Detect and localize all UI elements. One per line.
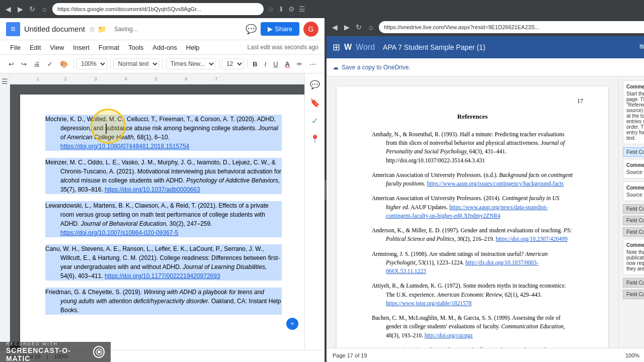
settings-icon[interactable]: ⚙ bbox=[288, 5, 295, 13]
word-online-panel: ◀ ▶ ↻ ⌂ https://onedrive.live.com/View.a… bbox=[327, 18, 644, 362]
bookmarks-icon[interactable]: 🔖 bbox=[308, 96, 322, 110]
bookmark-icon[interactable]: ☆ bbox=[268, 5, 274, 13]
word-ref-bachen: Bachen, C. M., McLoughlin, M. M., & Garc… bbox=[372, 314, 573, 340]
word-bottom-right: 100% Give Feedback to Microsoft bbox=[625, 352, 644, 358]
menu-tools[interactable]: Tools bbox=[124, 42, 147, 53]
field-code-5: Field Code Changed bbox=[623, 278, 644, 288]
word-forward-button[interactable]: ▶ bbox=[343, 23, 351, 31]
add-content-button[interactable]: + bbox=[286, 318, 298, 330]
word-document-title: APA 7 Student Sample Paper (1) bbox=[383, 43, 486, 51]
screencast-watermark: RECORDED WITH SCREENCAST-O-MATIC bbox=[0, 342, 111, 362]
zoom-select[interactable]: 100% bbox=[76, 58, 107, 69]
word-home-button[interactable]: ⌂ bbox=[367, 23, 375, 31]
ref-entry-canu[interactable]: Canu, W. H., Stevens, A. E., Ranson, L.,… bbox=[45, 244, 282, 281]
ref-entry-friedman[interactable]: Friedman, G. & Cheyette, S. (2019). Winn… bbox=[45, 288, 282, 315]
word-logo-text: Word bbox=[356, 43, 375, 52]
word-logo: W bbox=[344, 43, 352, 52]
word-cloud-save[interactable]: ☁ Save a copy to OneDrive. bbox=[333, 64, 411, 71]
comment-awc32: Commented [AWC32]: Source with organizat… bbox=[623, 182, 644, 201]
reload-button[interactable]: ↻ bbox=[28, 5, 36, 13]
ref-entry-meinzer[interactable]: Meinzer, M. C., Oddo, L. E., Vasko, J. M… bbox=[45, 158, 282, 194]
bold-button[interactable]: B bbox=[250, 59, 260, 69]
ref-entry-lewandowski[interactable]: Lewandowski, L., Martens, B. K., Clawson… bbox=[45, 201, 282, 237]
word-browser-chrome: ◀ ▶ ↻ ⌂ https://onedrive.live.com/View.a… bbox=[327, 18, 644, 36]
word-page-indicator: Page 17 of 19 bbox=[333, 352, 367, 358]
italic-button[interactable]: I bbox=[262, 59, 269, 69]
comment-af30-label: Commented [AF30]: bbox=[626, 84, 644, 89]
outline-icon[interactable]: ☰ bbox=[2, 77, 8, 85]
docs-header: ≡ Untitled document ☆ 📁 Saving... 💬 ▶ Sh… bbox=[0, 18, 325, 40]
svg-point-1 bbox=[98, 350, 101, 353]
word-content: 17 References Ambady, N., & Rosenthal, R… bbox=[327, 76, 644, 348]
word-ref-armstrong: Armstrong, J. S. (1998). Are student rat… bbox=[372, 250, 573, 276]
map-pin-icon[interactable]: 📍 bbox=[308, 132, 322, 146]
menu-format[interactable]: Format bbox=[95, 42, 123, 53]
underline-button[interactable]: U bbox=[271, 59, 280, 69]
word-ref-attiyeh: Attiyeh, R., & Lumsden, K. G. (1972). So… bbox=[372, 282, 573, 308]
docs-page[interactable]: Mochrie, K. D., Whited, M. C., Cellucci,… bbox=[20, 95, 304, 350]
home-button[interactable]: ⌂ bbox=[40, 5, 48, 13]
word-page: 17 References Ambady, N., & Rosenthal, R… bbox=[337, 86, 608, 348]
word-ref-ambady: Ambady, N., & Rosenthal, R. (1993). Half… bbox=[372, 130, 573, 165]
print-button[interactable]: 🖨 bbox=[31, 59, 43, 69]
style-select[interactable]: Normal text bbox=[113, 58, 159, 69]
menu-view[interactable]: View bbox=[46, 42, 68, 53]
undo-button[interactable]: ↩ bbox=[6, 59, 17, 69]
word-back-button[interactable]: ◀ bbox=[331, 23, 339, 31]
google-docs-panel: ≡ Untitled document ☆ 📁 Saving... 💬 ▶ Sh… bbox=[0, 18, 325, 362]
forward-button[interactable]: ▶ bbox=[16, 5, 24, 13]
word-doc-area[interactable]: 17 References Ambady, N., & Rosenthal, R… bbox=[327, 76, 618, 348]
comment-af30: Commented [AF30]: Start the references l… bbox=[623, 80, 644, 144]
ref-entry-mochrie[interactable]: Mochrie, K. D., Whited, M. C., Cellucci,… bbox=[45, 115, 282, 151]
font-size-select[interactable]: 12 bbox=[222, 58, 244, 69]
word-address-bar[interactable]: https://onedrive.live.com/View.aspx?resi… bbox=[379, 21, 644, 33]
move-icon[interactable]: 📁 bbox=[98, 25, 106, 33]
menu-addons[interactable]: Add-ons bbox=[148, 42, 181, 53]
menu-insert[interactable]: Insert bbox=[69, 42, 94, 53]
redo-button[interactable]: ↪ bbox=[19, 59, 29, 69]
highlight-button[interactable]: ✏ bbox=[294, 59, 305, 69]
comment-af30-text: Start the references list on a new page.… bbox=[626, 91, 644, 141]
share-button[interactable]: ▶ Share bbox=[261, 22, 299, 36]
save-to-onedrive-label: Save a copy to OneDrive. bbox=[342, 64, 411, 71]
spell-check-button[interactable]: ✓ bbox=[45, 59, 55, 69]
menu-edit[interactable]: Edit bbox=[26, 42, 45, 53]
docs-content-area[interactable]: Mochrie, K. D., Whited, M. C., Cellucci,… bbox=[10, 84, 304, 350]
comment-awc33-text: Note that sources in online academic pub… bbox=[626, 249, 644, 272]
user-avatar[interactable]: G bbox=[303, 22, 318, 37]
docs-toolbar: ↩ ↪ 🖨 ✓ 🎨 100% Normal text Times New... … bbox=[0, 54, 325, 73]
word-address-text: https://onedrive.live.com/View.aspx?resi… bbox=[384, 24, 539, 30]
left-browser-chrome: ◀ ▶ ↻ ⌂ https://docs.google.com/document… bbox=[0, 0, 644, 18]
comment-icon[interactable]: 💬 bbox=[246, 24, 257, 35]
comment-awc33: Commented [AWC33]: Note that sources in … bbox=[623, 239, 644, 275]
star-icon[interactable]: ☆ bbox=[89, 25, 96, 33]
back-button[interactable]: ◀ bbox=[4, 5, 12, 13]
paint-format-button[interactable]: 🎨 bbox=[57, 59, 70, 69]
comment-awc32-text: Source with organizational author. bbox=[626, 192, 644, 198]
ruler: 1 2 3 4 5 6 7 bbox=[10, 73, 304, 84]
menu-help[interactable]: Help bbox=[182, 42, 204, 53]
check-circle-icon[interactable]: ✓ bbox=[308, 114, 322, 128]
address-text: https://docs.google.com/document/d/1bQyq… bbox=[57, 6, 201, 12]
comment-awc32-label: Commented [AWC32]: bbox=[626, 185, 644, 191]
text-color-button[interactable]: A bbox=[283, 59, 292, 69]
watermark-brand: SCREENCAST-O-MATIC bbox=[6, 346, 89, 362]
docs-right-sidebar: 💬 🔖 ✓ 📍 bbox=[304, 73, 325, 350]
cloud-icon: ☁ bbox=[333, 64, 339, 71]
word-header: ⊞ W Word APA 7 Student Sample Paper (1) … bbox=[327, 36, 644, 58]
download-icon[interactable]: ⬇ bbox=[278, 5, 284, 13]
docs-left-sidebar: ☰ bbox=[0, 73, 10, 350]
menu-file[interactable]: File bbox=[6, 42, 25, 53]
word-ref-anderson: Anderson, K., & Miller, E. D. (1997). Ge… bbox=[372, 226, 573, 244]
word-grid-icon[interactable]: ⊞ bbox=[333, 42, 340, 53]
chat-icon[interactable]: 💬 bbox=[308, 77, 322, 92]
address-bar[interactable]: https://docs.google.com/document/d/1bQyq… bbox=[52, 3, 264, 15]
share-icon: ▶ bbox=[268, 25, 273, 33]
more-toolbar[interactable]: ⋯ bbox=[307, 59, 318, 69]
word-comments-sidebar: Commented [AF30]: Start the references l… bbox=[618, 76, 644, 348]
word-search-icon[interactable]: 🔍 bbox=[639, 44, 644, 51]
font-select[interactable]: Times New... bbox=[166, 58, 216, 69]
menu-icon[interactable]: ☰ bbox=[299, 5, 305, 13]
word-reload-button[interactable]: ↻ bbox=[355, 23, 363, 31]
comment-awc11-label: Commented [AWC11]: bbox=[626, 162, 644, 168]
